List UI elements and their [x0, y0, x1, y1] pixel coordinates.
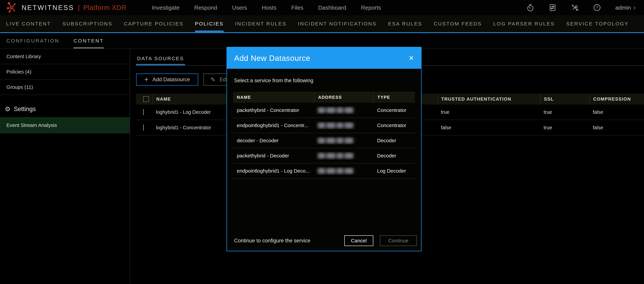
service-row[interactable]: packethybrid - Decoder Decoder: [233, 148, 415, 163]
cancel-button[interactable]: Cancel: [344, 235, 373, 246]
help-icon[interactable]: ?: [593, 4, 601, 12]
col-ssl: SSL: [540, 94, 590, 105]
nav-reports[interactable]: Reports: [361, 5, 381, 11]
plus-icon: +: [144, 76, 148, 83]
tab-configuration[interactable]: CONFIGURATION: [6, 33, 59, 49]
brand-name: NETWITNESS: [22, 4, 74, 12]
nav-files[interactable]: Files: [291, 5, 303, 11]
row-checkbox[interactable]: [143, 125, 144, 131]
admin-nav: LIVE CONTENT SUBSCRIPTIONS CAPTURE POLIC…: [0, 15, 644, 33]
brand-product: Platform XDR: [83, 4, 127, 12]
redacted-address: [318, 106, 373, 114]
top-bar-right: ? admin ›: [526, 4, 636, 12]
chevron-right-icon: ›: [633, 4, 636, 12]
add-new-datasource-modal: Add New Datasource ✕ Select a service fr…: [226, 47, 422, 251]
col-type: TYPE: [373, 92, 415, 103]
nav-hosts[interactable]: Hosts: [262, 5, 276, 11]
service-row[interactable]: endpointloghybrid1 - Concentr... Concent…: [233, 118, 415, 133]
settings-label: Settings: [14, 106, 36, 113]
nav-users[interactable]: Users: [232, 5, 247, 11]
service-table: NAME ADDRESS TYPE packethybrid - Concent…: [233, 92, 415, 179]
tab-incident-rules[interactable]: INCIDENT RULES: [235, 15, 287, 32]
sidebar-item-content-library[interactable]: Content Library: [0, 49, 130, 64]
sidebar-item-event-stream-analysis[interactable]: Event Stream Analysis: [0, 117, 130, 133]
col-trusted-authentication: TRUSTED AUTHENTICATION: [438, 94, 540, 105]
user-menu[interactable]: admin ›: [615, 4, 636, 12]
redacted-address: [318, 122, 373, 129]
modal-title: Add New Datasource: [234, 54, 310, 63]
redacted-address: [318, 137, 373, 144]
tab-log-parser-rules[interactable]: LOG PARSER RULES: [493, 15, 555, 32]
modal-header: Add New Datasource ✕: [227, 47, 421, 69]
tab-data-sources[interactable]: DATA SOURCES: [136, 52, 185, 65]
nav-respond[interactable]: Respond: [194, 5, 217, 11]
user-name: admin: [615, 5, 631, 11]
tab-subscriptions[interactable]: SUBSCRIPTIONS: [62, 15, 112, 32]
add-datasource-button[interactable]: + Add Datasource: [136, 74, 198, 86]
tools-icon[interactable]: [571, 4, 579, 12]
modal-footer: Continue to configure the service Cancel…: [234, 233, 417, 248]
service-table-header: NAME ADDRESS TYPE: [233, 92, 415, 103]
nav-investigate[interactable]: Investigate: [152, 5, 179, 11]
col-address: ADDRESS: [314, 92, 373, 103]
top-bar: NETWITNESS | Platform XDR Investigate Re…: [0, 0, 644, 15]
policies-subnav: CONFIGURATION CONTENT: [0, 33, 644, 49]
col-name: NAME: [233, 92, 314, 103]
preferences-panel-icon[interactable]: [548, 4, 556, 12]
service-row[interactable]: packethybrid - Concentrator Concentrator: [233, 103, 415, 118]
tab-esa-rules[interactable]: ESA RULES: [388, 15, 422, 32]
redacted-address: [318, 167, 373, 175]
nav-dashboard[interactable]: Dashboard: [318, 5, 346, 11]
tab-capture-policies[interactable]: CAPTURE POLICIES: [124, 15, 184, 32]
footer-note: Continue to configure the service: [234, 238, 310, 244]
sidebar: Content Library Policies (4) Groups (11)…: [0, 49, 130, 284]
col-compression: COMPRESSION: [590, 94, 644, 105]
continue-button[interactable]: Continue: [380, 235, 417, 246]
modal-subtitle: Select a service from the following: [234, 78, 421, 84]
row-checkbox[interactable]: [143, 109, 144, 115]
tab-incident-notifications[interactable]: INCIDENT NOTIFICATIONS: [298, 15, 376, 32]
brand-divider: |: [78, 4, 80, 12]
service-row[interactable]: decoder - Decoder Decoder: [233, 133, 415, 148]
select-all-checkbox[interactable]: [143, 96, 149, 102]
netwitness-logo-icon: [6, 2, 18, 14]
tab-live-content[interactable]: LIVE CONTENT: [6, 15, 51, 32]
sidebar-settings-header: ⚙ Settings: [0, 101, 130, 117]
close-icon[interactable]: ✕: [408, 55, 414, 62]
tab-content[interactable]: CONTENT: [74, 33, 104, 49]
primary-nav: Investigate Respond Users Hosts Files Da…: [152, 5, 381, 11]
pencil-icon: ✎: [210, 76, 216, 83]
footer-buttons: Cancel Continue: [344, 235, 417, 246]
brand[interactable]: NETWITNESS | Platform XDR: [6, 2, 126, 14]
sidebar-item-policies[interactable]: Policies (4): [0, 64, 130, 80]
tab-custom-feeds[interactable]: CUSTOM FEEDS: [434, 15, 482, 32]
svg-text:?: ?: [596, 5, 598, 10]
tab-policies[interactable]: POLICIES: [195, 15, 224, 32]
stopwatch-icon[interactable]: [526, 4, 534, 12]
service-row[interactable]: endpointloghybrid1 - Log Deco... Log Dec…: [233, 163, 415, 179]
gear-icon: ⚙: [5, 105, 10, 113]
sidebar-item-groups[interactable]: Groups (11): [0, 80, 130, 95]
redacted-address: [318, 152, 373, 160]
tab-service-topology[interactable]: SERVICE TOPOLOGY: [566, 15, 629, 32]
